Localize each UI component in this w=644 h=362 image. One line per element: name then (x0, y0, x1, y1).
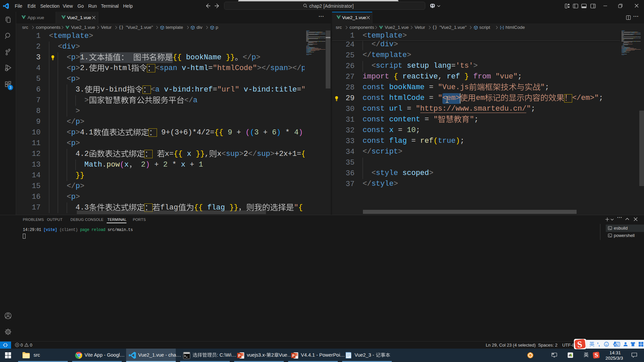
svg-text:P: P (238, 354, 240, 358)
svg-text:P: P (292, 354, 294, 358)
